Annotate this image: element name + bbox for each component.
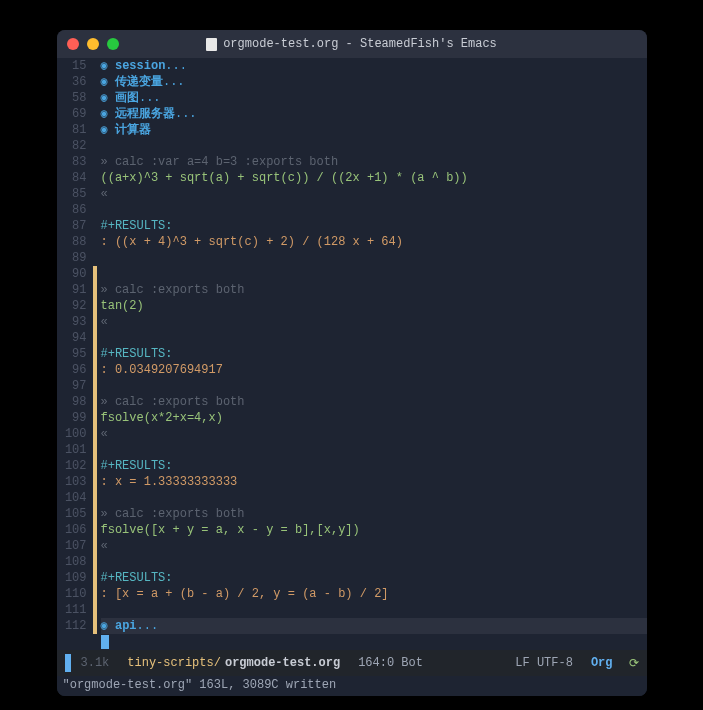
code-line[interactable]: « [101, 186, 647, 202]
line-number: 69 [57, 106, 87, 122]
src-block-code: fsolve(x*2+x=4,x) [101, 411, 223, 425]
fold-ellipsis: ... [137, 619, 159, 633]
maximize-icon[interactable] [107, 38, 119, 50]
org-heading[interactable]: ◉ api... [101, 618, 647, 634]
line-number: 84 [57, 170, 87, 186]
code-line[interactable]: : x = 1.33333333333 [101, 474, 647, 490]
org-heading[interactable]: ◉ session... [101, 58, 647, 74]
code-content[interactable]: ◉ session...◉ 传递变量...◉ 画图...◉ 远程服务器...◉ … [97, 58, 647, 650]
heading-bullet-icon: ◉ [101, 619, 115, 633]
src-block-code: tan(2) [101, 299, 144, 313]
org-heading[interactable]: ◉ 传递变量... [101, 74, 647, 90]
code-line[interactable] [101, 378, 647, 394]
buffer-size: 3.1k [81, 656, 110, 670]
buffer-file[interactable]: orgmode-test.org [225, 656, 340, 670]
heading-text: 画图 [115, 91, 139, 105]
line-number: 110 [57, 586, 87, 602]
line-number: 87 [57, 218, 87, 234]
major-mode[interactable]: Org [591, 656, 613, 670]
results-header: #+RESULTS: [101, 219, 173, 233]
git-icon[interactable]: ⟳ [629, 656, 639, 671]
line-number: 111 [57, 602, 87, 618]
code-line[interactable] [101, 266, 647, 282]
code-line[interactable]: #+RESULTS: [101, 458, 647, 474]
code-line[interactable]: » calc :exports both [101, 282, 647, 298]
window-title: orgmode-test.org - SteamedFish's Emacs [67, 37, 637, 51]
src-block-begin: » calc :exports both [101, 395, 245, 409]
code-line[interactable]: » calc :exports both [101, 506, 647, 522]
line-number: 107 [57, 538, 87, 554]
close-icon[interactable] [67, 38, 79, 50]
line-number: 85 [57, 186, 87, 202]
echo-area: "orgmode-test.org" 163L, 3089C written [57, 676, 647, 696]
fold-ellipsis: ... [165, 59, 187, 73]
heading-text: session [115, 59, 165, 73]
modeline: 3.1k tiny-scripts/orgmode-test.org 164:0… [57, 650, 647, 676]
modeline-accent [65, 654, 71, 672]
editor-window: orgmode-test.org - SteamedFish's Emacs 1… [57, 30, 647, 696]
code-line[interactable]: fsolve(x*2+x=4,x) [101, 410, 647, 426]
code-line[interactable] [101, 250, 647, 266]
code-line[interactable] [101, 202, 647, 218]
code-line[interactable]: » calc :var a=4 b=3 :exports both [101, 154, 647, 170]
code-line[interactable]: « [101, 426, 647, 442]
code-line[interactable] [101, 554, 647, 570]
line-number: 92 [57, 298, 87, 314]
code-line[interactable]: : 0.0349207694917 [101, 362, 647, 378]
code-line[interactable]: fsolve([x + y = a, x - y = b],[x,y]) [101, 522, 647, 538]
titlebar[interactable]: orgmode-test.org - SteamedFish's Emacs [57, 30, 647, 58]
line-number [57, 634, 87, 650]
echo-message: "orgmode-test.org" 163L, 3089C written [63, 678, 337, 692]
src-block-code: ((a+x)^3 + sqrt(a) + sqrt(c)) / ((2x +1)… [101, 171, 468, 185]
code-line[interactable]: #+RESULTS: [101, 570, 647, 586]
results-value: : ((x + 4)^3 + sqrt(c) + 2) / (128 x + 6… [101, 235, 403, 249]
line-number: 109 [57, 570, 87, 586]
results-value: : x = 1.33333333333 [101, 475, 238, 489]
line-number: 82 [57, 138, 87, 154]
code-line[interactable] [101, 442, 647, 458]
project-name[interactable]: tiny-scripts/ [127, 656, 221, 670]
line-number: 99 [57, 410, 87, 426]
minimize-icon[interactable] [87, 38, 99, 50]
src-block-begin: » calc :exports both [101, 283, 245, 297]
heading-text: 计算器 [115, 123, 151, 137]
code-line[interactable]: tan(2) [101, 298, 647, 314]
code-line[interactable] [101, 490, 647, 506]
code-line[interactable]: #+RESULTS: [101, 218, 647, 234]
heading-bullet-icon: ◉ [101, 59, 115, 73]
cursor-position: 164:0 Bot [358, 656, 423, 670]
line-number: 36 [57, 74, 87, 90]
org-heading[interactable]: ◉ 计算器 [101, 122, 647, 138]
heading-bullet-icon: ◉ [101, 75, 115, 89]
code-line[interactable] [101, 138, 647, 154]
heading-text: api [115, 619, 137, 633]
org-heading[interactable]: ◉ 远程服务器... [101, 106, 647, 122]
line-number: 94 [57, 330, 87, 346]
code-line[interactable]: : ((x + 4)^3 + sqrt(c) + 2) / (128 x + 6… [101, 234, 647, 250]
code-line[interactable]: « [101, 314, 647, 330]
line-number: 90 [57, 266, 87, 282]
code-line[interactable] [101, 602, 647, 618]
code-line[interactable]: : [x = a + (b - a) / 2, y = (a - b) / 2] [101, 586, 647, 602]
line-number: 97 [57, 378, 87, 394]
code-line[interactable]: » calc :exports both [101, 394, 647, 410]
src-block-code: fsolve([x + y = a, x - y = b],[x,y]) [101, 523, 360, 537]
code-line[interactable]: « [101, 538, 647, 554]
code-line[interactable]: ((a+x)^3 + sqrt(a) + sqrt(c)) / ((2x +1)… [101, 170, 647, 186]
results-value: : 0.0349207694917 [101, 363, 223, 377]
line-number: 93 [57, 314, 87, 330]
org-heading[interactable]: ◉ 画图... [101, 90, 647, 106]
line-number: 106 [57, 522, 87, 538]
code-line[interactable] [101, 330, 647, 346]
src-block-end: « [101, 427, 108, 441]
results-header: #+RESULTS: [101, 459, 173, 473]
editor-area[interactable]: 1536586981828384858687888990919293949596… [57, 58, 647, 650]
results-value: : [x = a + (b - a) / 2, y = (a - b) / 2] [101, 587, 389, 601]
line-number: 103 [57, 474, 87, 490]
src-block-end: « [101, 539, 108, 553]
heading-bullet-icon: ◉ [101, 91, 115, 105]
code-line[interactable]: #+RESULTS: [101, 346, 647, 362]
line-number: 81 [57, 122, 87, 138]
cursor-line[interactable] [101, 634, 647, 650]
line-number: 88 [57, 234, 87, 250]
